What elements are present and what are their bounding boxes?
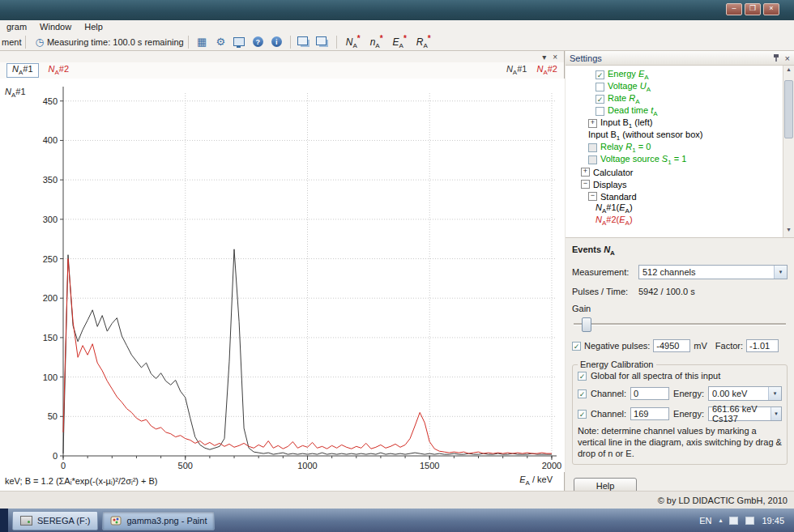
global-label: Global for all spectra of this input: [591, 371, 720, 381]
tab-na1[interactable]: NA#1: [6, 63, 39, 77]
tray-expand-icon[interactable]: ▴: [719, 517, 722, 524]
minimize-button[interactable]: –: [726, 3, 742, 15]
x-axis-title[interactable]: EA / keV: [519, 475, 553, 487]
taskbar: SEREGA (F:) gamma3.png - Paint EN ▴ 19:4…: [0, 509, 794, 532]
svg-text:400: 400: [43, 135, 58, 145]
quantity-button-nA[interactable]: nA*: [368, 34, 386, 49]
scrollbar-thumb[interactable]: [784, 80, 793, 138]
svg-text:0: 0: [61, 461, 66, 470]
settings-button[interactable]: ⚙: [212, 34, 229, 50]
windows-icon: [297, 36, 308, 45]
pin-icon[interactable]: [772, 53, 780, 62]
restore-button[interactable]: ❐: [745, 3, 761, 15]
measurement-row: Measurement: 512 channels ▾: [572, 265, 788, 279]
collapse-icon[interactable]: −: [581, 180, 590, 189]
menu-help[interactable]: Help: [78, 21, 109, 32]
tree-item[interactable]: −Displays: [566, 178, 794, 190]
spectrum-chart[interactable]: 0500100015002000050100150200250300350400…: [0, 79, 565, 472]
collapse-pane-icon[interactable]: ▾: [542, 53, 546, 62]
tree-item[interactable]: Input B1 (without sensor box): [566, 130, 794, 142]
y-axis-title[interactable]: NA#1: [5, 87, 26, 99]
negative-pulses-label: Negative pulses:: [584, 341, 650, 351]
close-button[interactable]: ×: [763, 3, 779, 15]
tab-na2[interactable]: NA#2: [43, 63, 75, 77]
expand-icon[interactable]: +: [581, 168, 590, 177]
cascade-windows-button[interactable]: [296, 34, 313, 50]
menu-window[interactable]: Window: [33, 21, 78, 32]
language-indicator[interactable]: EN: [699, 516, 711, 526]
tree-item[interactable]: ✓Energy EA: [566, 69, 794, 81]
support-button[interactable]: i: [268, 34, 285, 50]
tree-item[interactable]: −Standard: [566, 190, 794, 202]
quantity-button-RA[interactable]: RA*: [414, 34, 433, 49]
global-row: ✓ Global for all spectra of this input: [578, 371, 782, 381]
tree-item[interactable]: Relay R1 = 0: [566, 142, 794, 154]
taskbar-item-paint[interactable]: gamma3.png - Paint: [102, 511, 215, 530]
negative-pulses-input[interactable]: -4950: [653, 339, 690, 352]
status-bar: © by LD DIDACTIC GmbH, 2010: [0, 491, 794, 509]
factor-input[interactable]: -1.01: [746, 339, 779, 352]
tree-checkbox[interactable]: ✓: [596, 95, 604, 104]
menu-diagram[interactable]: gram: [0, 21, 33, 32]
taskbar-item-explorer[interactable]: SEREGA (F:): [12, 511, 98, 530]
energy2-dropdown[interactable]: 661.66 keV Cs137 ▾: [708, 406, 782, 421]
diagram-pane-controls: ▾ ×: [0, 51, 564, 62]
title-bar: – ❐ ×: [0, 0, 794, 20]
tree-item[interactable]: Dead time tA: [566, 105, 794, 117]
quantity-buttons: NA*nA*EA*RA*: [341, 34, 436, 49]
factor-label: Factor:: [715, 341, 743, 351]
measurement-dropdown[interactable]: 512 channels ▾: [638, 265, 788, 279]
negative-pulses-checkbox[interactable]: ✓: [572, 342, 581, 351]
clock-time[interactable]: 19:45: [762, 516, 784, 526]
tree-item[interactable]: ✓Rate RA: [566, 93, 794, 105]
start-button-partial[interactable]: [0, 509, 8, 532]
tree-item[interactable]: Voltage source S1 = 1: [566, 154, 794, 166]
expand-icon[interactable]: +: [588, 119, 597, 128]
tree-checkbox[interactable]: [588, 143, 597, 152]
energy1-value: 0.00 keV: [712, 389, 747, 398]
channel2-input[interactable]: 169: [630, 407, 669, 420]
quantity-button-NA[interactable]: NA*: [344, 34, 363, 49]
display-tray-icon[interactable]: [729, 517, 738, 525]
chevron-down-icon[interactable]: ▾: [768, 387, 781, 400]
global-checkbox[interactable]: ✓: [578, 372, 587, 381]
tree-item[interactable]: NA#2(EA): [566, 215, 794, 227]
tree-item[interactable]: NA#1(EA): [566, 202, 794, 215]
toolbar-separator: [188, 36, 189, 49]
settings-title: Settings: [570, 53, 602, 63]
table-view-button[interactable]: ▦: [194, 34, 211, 50]
scroll-down-icon[interactable]: ▼: [783, 227, 794, 236]
pulses-row: Pulses / Time: 5942 / 100.0 s: [572, 287, 788, 296]
quantity-button-EA[interactable]: EA*: [391, 34, 409, 49]
tree-item[interactable]: Voltage UA: [566, 81, 794, 93]
tile-windows-button[interactable]: [314, 34, 331, 50]
tree-item[interactable]: +Calculator: [566, 166, 794, 178]
channel1-checkbox[interactable]: ✓: [578, 389, 587, 398]
tree-checkbox[interactable]: [596, 83, 604, 92]
tree-checkbox[interactable]: ✓: [596, 70, 604, 79]
chart-body: 0500100015002000050100150200250300350400…: [0, 79, 564, 472]
tree-scrollbar[interactable]: ▲ ▼: [783, 66, 794, 237]
tree-item[interactable]: +Input B1 (left): [566, 117, 794, 130]
close-settings-icon[interactable]: ×: [785, 53, 790, 63]
toolbar-separator: [336, 36, 337, 49]
svg-text:2000: 2000: [542, 461, 561, 470]
slider-thumb[interactable]: [582, 317, 591, 332]
scroll-up-icon[interactable]: ▲: [783, 66, 794, 76]
chevron-down-icon[interactable]: ▾: [774, 266, 787, 279]
chevron-down-icon[interactable]: ▾: [771, 407, 781, 420]
tree-checkbox[interactable]: [596, 107, 604, 116]
collapse-icon[interactable]: −: [588, 192, 597, 201]
channel1-input[interactable]: 0: [630, 387, 669, 400]
gain-slider[interactable]: [574, 317, 786, 331]
volume-tray-icon[interactable]: [745, 517, 754, 525]
diagram-panel: ▾ × NA#1 NA#2 NA#1 NA#2 0500100015002000…: [0, 51, 565, 491]
channel2-checkbox[interactable]: ✓: [578, 410, 587, 419]
tree-checkbox[interactable]: [588, 155, 597, 164]
close-pane-icon[interactable]: ×: [553, 53, 557, 62]
help-button-toolbar[interactable]: ?: [250, 34, 267, 50]
display-button[interactable]: [231, 34, 248, 50]
energy1-label: Energy:: [673, 389, 704, 398]
energy1-dropdown[interactable]: 0.00 keV ▾: [708, 386, 782, 401]
svg-text:500: 500: [178, 461, 193, 470]
